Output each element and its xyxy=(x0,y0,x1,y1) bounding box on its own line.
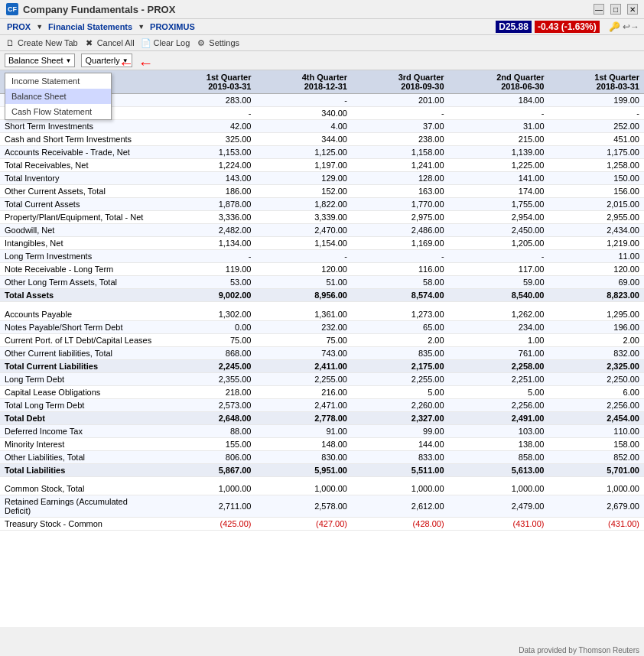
table-row: Long Term Debt2,355.002,255.002,255.002,… xyxy=(0,372,644,385)
title-bar: CF Company Fundamentals - PROX — □ ✕ xyxy=(0,0,644,19)
create-new-tab-button[interactable]: 🗋 Create New Tab xyxy=(5,37,78,48)
new-tab-icon: 🗋 xyxy=(5,37,15,48)
col-header-q3-2018: 3rd Quarter2018-09-30 xyxy=(352,70,449,94)
table-row: Total Liabilities5,867.005,951.005,511.0… xyxy=(0,463,644,476)
table-row: Total Long Term Debt2,573.002,471.002,26… xyxy=(0,398,644,411)
balance-sheet-option[interactable]: Balance Sheet xyxy=(5,89,111,104)
settings-icon: ⚙ xyxy=(196,37,207,48)
balance-sheet-table: (except per share items) 1st Quarter2019… xyxy=(0,70,644,531)
title-bar-controls: — □ ✕ xyxy=(594,4,638,15)
table-row: Cash and Short Term Investments325.00344… xyxy=(0,133,644,146)
table-row: Total Current Liabilities2,245.002,411.0… xyxy=(0,359,644,372)
table-row: Other Current Assets, Total186.00152.001… xyxy=(0,185,644,198)
table-row: Other Current liabilities, Total868.0074… xyxy=(0,346,644,359)
change-badge: -0.43 (-1.63%) xyxy=(535,21,600,33)
table-row: Note Receivable - Long Term119.00120.001… xyxy=(0,263,644,276)
table-row: Property/Plant/Equipment, Total - Net3,3… xyxy=(0,211,644,224)
data-table-container[interactable]: (except per share items) 1st Quarter2019… xyxy=(0,70,644,627)
window-title: Company Fundamentals - PROX xyxy=(23,4,175,15)
toolbar: 🗋 Create New Tab ✖ Cancel All 📄 Clear Lo… xyxy=(0,35,644,51)
table-row: Common Stock, Total1,000.001,000.001,000… xyxy=(0,482,644,495)
table-row: Goodwill, Net2,482.002,470.002,486.002,4… xyxy=(0,224,644,237)
table-row: Capital Lease Obligations218.00216.005.0… xyxy=(0,385,644,398)
table-row: Long Term Investments----11.00 xyxy=(0,250,644,263)
col-header-q1-2019: 1st Quarter2019-03-31 xyxy=(161,70,255,94)
company-menu[interactable]: PROXIMUS xyxy=(148,21,197,32)
table-row: Total Receivables, Net1,224.001,197.001,… xyxy=(0,159,644,172)
ticker-menu[interactable]: PROX xyxy=(5,21,33,32)
footer: Data provided by Thomson Reuters xyxy=(514,645,644,656)
controls-bar: Balance Sheet ▼ Quarterly ▼ Income State… xyxy=(0,51,644,70)
clear-icon: 📄 xyxy=(141,37,151,48)
table-row xyxy=(0,476,644,482)
table-row xyxy=(0,302,644,308)
nav-icons[interactable]: 🔑 ↩→ xyxy=(609,21,639,32)
table-row: Other Liabilities, Total806.00830.00833.… xyxy=(0,450,644,463)
cancel-all-button[interactable]: ✖ Cancel All xyxy=(84,37,135,48)
table-row: Deferred Income Tax88.0091.0099.00103.00… xyxy=(0,424,644,437)
settings-button[interactable]: ⚙ Settings xyxy=(196,37,239,48)
maximize-button[interactable]: □ xyxy=(610,4,621,15)
table-row: Total Assets9,002.008,956.008,574.008,54… xyxy=(0,289,644,302)
close-button[interactable]: ✕ xyxy=(627,4,638,15)
price-badge: D25.88 xyxy=(496,21,532,33)
title-bar-left: CF Company Fundamentals - PROX xyxy=(6,3,175,15)
app-icon: CF xyxy=(6,3,18,15)
cancel-icon: ✖ xyxy=(84,37,95,48)
table-row: Intangibles, Net1,134.001,154.001,169.00… xyxy=(0,237,644,250)
clear-log-button[interactable]: 📄 Clear Log xyxy=(141,37,190,48)
fs-arrow: ▼ xyxy=(138,23,145,31)
statement-dropdown-arrow: ▼ xyxy=(66,57,72,64)
ticker-arrow: ▼ xyxy=(36,23,43,31)
minimize-button[interactable]: — xyxy=(594,4,604,15)
financial-statements-menu[interactable]: Financial Statements xyxy=(46,21,135,32)
table-row: Notes Payable/Short Term Debt0.00232.006… xyxy=(0,320,644,333)
statement-type-dropdown[interactable]: Balance Sheet ▼ xyxy=(5,54,75,67)
table-row: Total Current Assets1,878.001,822.001,77… xyxy=(0,198,644,211)
income-statement-option[interactable]: Income Statement xyxy=(5,73,111,89)
col-header-q4-2018: 4th Quarter2018-12-31 xyxy=(255,70,352,94)
col-header-q1-2018: 1st Quarter2018-03-31 xyxy=(549,70,645,94)
cash-flow-option[interactable]: Cash Flow Statement xyxy=(5,104,111,119)
table-row: Retained Earnings (Accumulated Deficit)2… xyxy=(0,495,644,518)
table-row: Accounts Receivable - Trade, Net1,153.00… xyxy=(0,146,644,159)
col-header-q2-2018: 2nd Quarter2018-06-30 xyxy=(449,70,549,94)
table-row: Total Debt2,648.002,778.002,327.002,491.… xyxy=(0,411,644,424)
table-row: Treasury Stock - Common(425.00)(427.00)(… xyxy=(0,518,644,531)
table-row: Current Port. of LT Debt/Capital Leases7… xyxy=(0,333,644,346)
red-arrow-indicator: ← ← xyxy=(119,54,154,72)
table-row: Accounts Payable1,302.001,361.001,273.00… xyxy=(0,308,644,321)
table-row: Total Inventory143.00129.00128.00141.001… xyxy=(0,172,644,185)
table-row: Short Term Investments42.004.0037.0031.0… xyxy=(0,120,644,133)
table-row: Other Long Term Assets, Total53.0051.005… xyxy=(0,276,644,289)
menu-bar: PROX ▼ Financial Statements ▼ PROXIMUS D… xyxy=(0,19,644,35)
table-row: Minority Interest155.00148.00144.00138.0… xyxy=(0,437,644,450)
statement-dropdown-menu: Income Statement Balance Sheet Cash Flow… xyxy=(5,73,112,120)
